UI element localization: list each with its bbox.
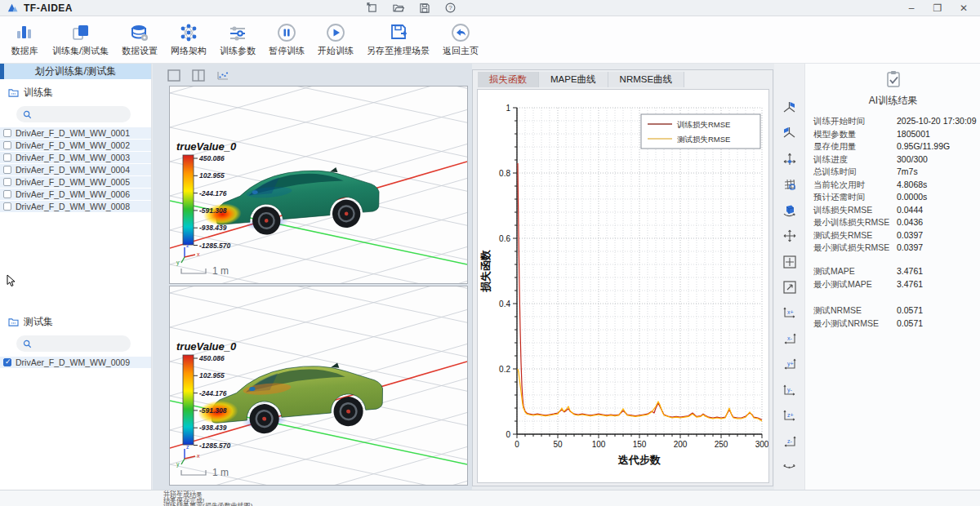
result-value: 0.0397 — [897, 242, 923, 252]
train-item[interactable]: DrivAer_F_D_WM_WW_0001 — [0, 127, 151, 139]
svg-text:300: 300 — [755, 440, 768, 449]
view-x-minus-button[interactable]: x- — [782, 331, 798, 347]
result-row: 测试NRMSE0.0571 — [805, 305, 980, 318]
result-label: 最小测试损失RMSE — [813, 242, 889, 254]
result-row: 训练开始时间2025-10-20 17:30:09 — [805, 116, 980, 129]
database-button[interactable]: 数据库 — [5, 20, 44, 59]
orbit-icon[interactable] — [782, 459, 798, 475]
svg-text:1 m: 1 m — [212, 265, 229, 277]
train-set-section[interactable]: 训练集 — [0, 79, 151, 103]
svg-text:-244.176: -244.176 — [199, 189, 227, 198]
test-3d-view[interactable]: trueValue_0450.086102.955-244.176-591.30… — [169, 286, 468, 486]
result-label: 显存使用量 — [813, 141, 857, 153]
svg-text:450.086: 450.086 — [198, 154, 225, 162]
svg-text:z: z — [186, 444, 189, 450]
data-settings-button[interactable]: 数据设置 — [117, 20, 163, 59]
fit-axes-icon[interactable] — [782, 151, 798, 166]
maximize-view-icon[interactable] — [782, 280, 798, 295]
view-y-plus-button[interactable]: y+ — [782, 357, 798, 372]
checkbox[interactable] — [3, 153, 11, 162]
view-y-minus-button[interactable]: y- — [782, 383, 798, 398]
svg-text:trueValue_0: trueValue_0 — [176, 340, 237, 353]
start-training-button[interactable]: 开始训练 — [313, 20, 359, 59]
svg-text:0.8: 0.8 — [499, 169, 510, 178]
train-params-button[interactable]: 训练参数 — [215, 20, 261, 59]
split-view-button[interactable] — [192, 69, 205, 82]
train-item[interactable]: DrivAer_F_D_WM_WW_0005 — [0, 176, 151, 188]
svg-text:y: y — [176, 260, 180, 266]
view-z-plus-button[interactable]: z+ — [782, 408, 798, 424]
view-z-minus-button[interactable]: z- — [782, 434, 798, 450]
help-icon[interactable]: ? — [444, 2, 457, 14]
result-row: 最小测试NRMSE0.0571 — [805, 318, 980, 331]
train-search-input[interactable] — [16, 106, 131, 122]
close-button[interactable]: ✕ — [954, 1, 973, 16]
tool-label: 数据设置 — [122, 45, 158, 57]
result-row: 模型参数量1805001 — [805, 129, 980, 142]
train-3d-view[interactable]: trueValue_0450.086102.955-244.176-591.30… — [169, 86, 468, 284]
grid-snap-icon[interactable] — [782, 177, 798, 193]
result-value: 300/300 — [897, 154, 928, 164]
test-item[interactable]: DrivAer_F_D_WM_WW_0009 — [0, 357, 151, 368]
result-value: 0.0571 — [897, 318, 923, 328]
maximize-button[interactable]: ❐ — [928, 1, 947, 16]
result-row: 当前轮次用时4.8068s — [805, 180, 980, 193]
pan-icon[interactable] — [782, 229, 798, 244]
plot-view-button[interactable] — [216, 69, 229, 82]
new-window-icon[interactable] — [366, 2, 378, 14]
checkbox[interactable] — [3, 166, 11, 174]
single-view-button[interactable] — [167, 69, 180, 82]
result-row: 总训练时间7m7s — [805, 166, 980, 180]
test-set-section[interactable]: 测试集 — [0, 308, 151, 332]
result-value: 0.0444 — [897, 205, 923, 215]
result-value: 0.0000s — [897, 192, 927, 202]
log-bar: 开始训练... 开始生成结果 结果保存完成! 训练结果展示(损失函数曲线图)..… — [0, 490, 980, 506]
open-folder-icon[interactable] — [392, 2, 404, 14]
result-value: 3.4761 — [897, 266, 923, 276]
datasets-icon — [70, 22, 91, 43]
svg-text:y+: y+ — [787, 361, 794, 367]
back-home-button[interactable]: 返回主页 — [438, 20, 483, 59]
iso-view-icon[interactable] — [782, 100, 798, 115]
result-value: 0.0397 — [897, 230, 923, 240]
checkbox[interactable] — [3, 129, 11, 137]
minimize-button[interactable]: – — [902, 1, 921, 16]
train-item[interactable]: DrivAer_F_D_WM_WW_0003 — [0, 152, 151, 163]
iso-back-view-icon[interactable] — [782, 126, 798, 141]
save-icon[interactable] — [418, 2, 430, 14]
result-row: 最小训练损失RMSE0.0436 — [805, 217, 980, 230]
svg-text:y: y — [176, 461, 180, 468]
tool-label: 另存至推理场景 — [367, 45, 430, 57]
checkbox[interactable] — [3, 141, 11, 149]
fit-view-icon[interactable] — [782, 254, 798, 269]
train-item[interactable]: DrivAer_F_D_WM_WW_0006 — [0, 189, 151, 200]
test-search-input[interactable] — [16, 335, 131, 352]
tab-mape-curve[interactable]: MAPE曲线 — [539, 72, 608, 87]
tool-label: 网络架构 — [171, 45, 207, 57]
loss-chart[interactable]: 05010015020025030000.20.40.60.81迭代步数损失函数… — [477, 89, 769, 483]
back-arrow-icon — [450, 22, 471, 43]
result-label: 训练损失RMSE — [813, 205, 872, 216]
train-item[interactable]: DrivAer_F_D_WM_WW_0004 — [0, 164, 151, 175]
rotate-cube-icon[interactable] — [782, 202, 798, 218]
tool-label: 开始训练 — [318, 45, 354, 57]
svg-text:1 m: 1 m — [212, 467, 229, 478]
checkbox[interactable] — [3, 202, 11, 211]
network-arch-button[interactable]: 网络架构 — [166, 20, 212, 59]
checkbox[interactable] — [3, 178, 11, 186]
svg-text:x: x — [197, 453, 200, 459]
tab-nrmse-curve[interactable]: NRMSE曲线 — [608, 72, 685, 87]
train-item[interactable]: DrivAer_F_D_WM_WW_0008 — [0, 201, 151, 212]
results-panel: AI训练结果 训练开始时间2025-10-20 17:30:09模型参数量180… — [804, 64, 980, 490]
view-x-plus-button[interactable]: x+ — [782, 305, 798, 321]
logo-icon — [7, 2, 19, 14]
checkbox[interactable] — [3, 358, 11, 366]
database-icon — [14, 22, 35, 43]
checkbox[interactable] — [3, 190, 11, 198]
folder-icon — [8, 317, 19, 326]
tab-loss-function[interactable]: 损失函数 — [478, 72, 539, 87]
train-item[interactable]: DrivAer_F_D_WM_WW_0002 — [0, 140, 151, 151]
save-to-inference-button[interactable]: 另存至推理场景 — [362, 20, 434, 59]
train-test-set-button[interactable]: 训练集/测试集 — [47, 20, 114, 59]
pause-training-button[interactable]: 暂停训练 — [264, 20, 310, 59]
